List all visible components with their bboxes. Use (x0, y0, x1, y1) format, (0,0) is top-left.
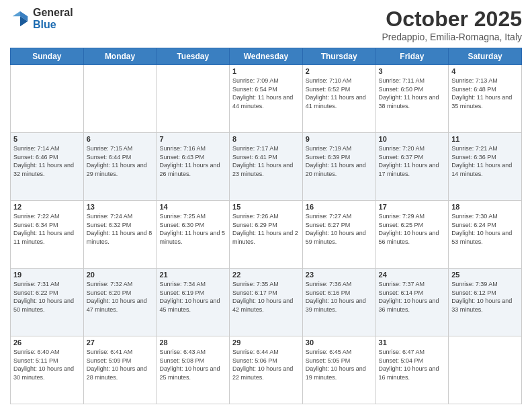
day-info: Sunrise: 7:26 AM Sunset: 6:29 PM Dayligh… (232, 212, 300, 246)
day-info: Sunrise: 7:30 AM Sunset: 6:24 PM Dayligh… (451, 212, 519, 246)
day-info: Sunrise: 6:47 AM Sunset: 5:04 PM Dayligh… (379, 348, 446, 381)
calendar-week-row: 5Sunrise: 7:14 AM Sunset: 6:46 PM Daylig… (11, 133, 522, 201)
day-number: 25 (451, 271, 519, 279)
calendar-cell: 13Sunrise: 7:24 AM Sunset: 6:32 PM Dayli… (83, 201, 157, 269)
day-number: 22 (232, 271, 300, 279)
day-number: 13 (87, 203, 154, 211)
day-info: Sunrise: 7:16 AM Sunset: 6:43 PM Dayligh… (159, 144, 226, 178)
day-number: 7 (159, 135, 226, 143)
day-info: Sunrise: 7:24 AM Sunset: 6:32 PM Dayligh… (87, 212, 154, 246)
calendar-cell (11, 65, 84, 133)
calendar-cell: 8Sunrise: 7:17 AM Sunset: 6:41 PM Daylig… (230, 133, 303, 201)
calendar-cell: 23Sunrise: 7:36 AM Sunset: 6:16 PM Dayli… (302, 269, 375, 336)
day-number: 3 (379, 67, 446, 75)
day-number: 18 (451, 203, 519, 211)
calendar-cell (83, 65, 157, 133)
location-title: Predappio, Emilia-Romagna, Italy (382, 32, 522, 42)
day-info: Sunrise: 7:09 AM Sunset: 6:54 PM Dayligh… (232, 77, 300, 110)
day-info: Sunrise: 6:44 AM Sunset: 5:06 PM Dayligh… (232, 348, 300, 381)
month-title: October 2025 (382, 7, 522, 32)
calendar-cell: 30Sunrise: 6:45 AM Sunset: 5:05 PM Dayli… (302, 336, 375, 404)
day-info: Sunrise: 6:41 AM Sunset: 5:09 PM Dayligh… (87, 348, 154, 381)
calendar-header-row: SundayMondayTuesdayWednesdayThursdayFrid… (11, 48, 522, 65)
logo-icon (10, 9, 30, 29)
calendar-cell: 31Sunrise: 6:47 AM Sunset: 5:04 PM Dayli… (375, 336, 449, 404)
day-number: 8 (232, 135, 300, 143)
title-block: October 2025 Predappio, Emilia-Romagna, … (382, 7, 522, 42)
calendar-cell: 5Sunrise: 7:14 AM Sunset: 6:46 PM Daylig… (11, 133, 84, 201)
day-number: 6 (87, 135, 154, 143)
day-number: 29 (232, 338, 300, 347)
day-info: Sunrise: 7:11 AM Sunset: 6:50 PM Dayligh… (379, 77, 446, 110)
day-number: 1 (232, 67, 300, 75)
day-info: Sunrise: 6:43 AM Sunset: 5:08 PM Dayligh… (159, 348, 226, 381)
day-info: Sunrise: 7:14 AM Sunset: 6:46 PM Dayligh… (13, 144, 81, 178)
day-number: 30 (306, 338, 373, 347)
day-number: 2 (306, 67, 373, 75)
calendar-week-row: 1Sunrise: 7:09 AM Sunset: 6:54 PM Daylig… (11, 65, 522, 133)
day-number: 16 (306, 203, 373, 211)
logo-general-text: General (33, 7, 73, 19)
calendar-cell: 28Sunrise: 6:43 AM Sunset: 5:08 PM Dayli… (157, 336, 230, 404)
calendar-cell: 18Sunrise: 7:30 AM Sunset: 6:24 PM Dayli… (449, 201, 522, 269)
day-info: Sunrise: 7:10 AM Sunset: 6:52 PM Dayligh… (306, 77, 373, 110)
day-number: 11 (451, 135, 519, 143)
day-of-week-header: Thursday (302, 48, 375, 65)
calendar-cell: 25Sunrise: 7:39 AM Sunset: 6:12 PM Dayli… (449, 269, 522, 336)
day-number: 21 (159, 271, 226, 279)
day-info: Sunrise: 7:37 AM Sunset: 6:14 PM Dayligh… (379, 280, 446, 314)
calendar-cell: 10Sunrise: 7:20 AM Sunset: 6:37 PM Dayli… (375, 133, 449, 201)
day-info: Sunrise: 7:25 AM Sunset: 6:30 PM Dayligh… (159, 212, 226, 246)
day-info: Sunrise: 7:13 AM Sunset: 6:48 PM Dayligh… (451, 77, 519, 110)
calendar-cell: 3Sunrise: 7:11 AM Sunset: 6:50 PM Daylig… (375, 65, 449, 133)
calendar-cell: 19Sunrise: 7:31 AM Sunset: 6:22 PM Dayli… (11, 269, 84, 336)
day-of-week-header: Wednesday (230, 48, 303, 65)
day-number: 15 (232, 203, 300, 211)
calendar-table: SundayMondayTuesdayWednesdayThursdayFrid… (10, 48, 522, 404)
calendar-cell: 6Sunrise: 7:15 AM Sunset: 6:44 PM Daylig… (83, 133, 157, 201)
day-number: 17 (379, 203, 446, 211)
day-of-week-header: Friday (375, 48, 449, 65)
day-info: Sunrise: 7:22 AM Sunset: 6:34 PM Dayligh… (13, 212, 81, 246)
calendar-cell: 22Sunrise: 7:35 AM Sunset: 6:17 PM Dayli… (230, 269, 303, 336)
day-info: Sunrise: 7:17 AM Sunset: 6:41 PM Dayligh… (232, 144, 300, 178)
day-number: 9 (306, 135, 373, 143)
header: General Blue October 2025 Predappio, Emi… (10, 7, 522, 42)
calendar-cell: 20Sunrise: 7:32 AM Sunset: 6:20 PM Dayli… (83, 269, 157, 336)
calendar-cell: 26Sunrise: 6:40 AM Sunset: 5:11 PM Dayli… (11, 336, 84, 404)
day-info: Sunrise: 7:21 AM Sunset: 6:36 PM Dayligh… (451, 144, 519, 178)
day-number: 26 (13, 338, 81, 347)
svg-marker-2 (13, 11, 20, 16)
day-info: Sunrise: 7:31 AM Sunset: 6:22 PM Dayligh… (13, 280, 81, 314)
calendar-cell: 12Sunrise: 7:22 AM Sunset: 6:34 PM Dayli… (11, 201, 84, 269)
calendar-cell: 4Sunrise: 7:13 AM Sunset: 6:48 PM Daylig… (449, 65, 522, 133)
calendar-cell (449, 336, 522, 404)
calendar-cell: 17Sunrise: 7:29 AM Sunset: 6:25 PM Dayli… (375, 201, 449, 269)
day-number: 12 (13, 203, 81, 211)
calendar-week-row: 26Sunrise: 6:40 AM Sunset: 5:11 PM Dayli… (11, 336, 522, 404)
day-number: 28 (159, 338, 226, 347)
calendar-cell: 9Sunrise: 7:19 AM Sunset: 6:39 PM Daylig… (302, 133, 375, 201)
day-info: Sunrise: 7:20 AM Sunset: 6:37 PM Dayligh… (379, 144, 446, 178)
day-info: Sunrise: 6:45 AM Sunset: 5:05 PM Dayligh… (306, 348, 373, 381)
day-info: Sunrise: 7:27 AM Sunset: 6:27 PM Dayligh… (306, 212, 373, 246)
day-of-week-header: Tuesday (157, 48, 230, 65)
calendar-week-row: 19Sunrise: 7:31 AM Sunset: 6:22 PM Dayli… (11, 269, 522, 336)
day-info: Sunrise: 7:15 AM Sunset: 6:44 PM Dayligh… (87, 144, 154, 178)
day-info: Sunrise: 7:32 AM Sunset: 6:20 PM Dayligh… (87, 280, 154, 314)
day-info: Sunrise: 7:39 AM Sunset: 6:12 PM Dayligh… (451, 280, 519, 314)
calendar-cell: 24Sunrise: 7:37 AM Sunset: 6:14 PM Dayli… (375, 269, 449, 336)
logo-blue-text: Blue (33, 19, 73, 31)
day-number: 20 (87, 271, 154, 279)
day-info: Sunrise: 7:36 AM Sunset: 6:16 PM Dayligh… (306, 280, 373, 314)
calendar-cell: 21Sunrise: 7:34 AM Sunset: 6:19 PM Dayli… (157, 269, 230, 336)
day-number: 10 (379, 135, 446, 143)
day-of-week-header: Saturday (449, 48, 522, 65)
calendar-cell: 15Sunrise: 7:26 AM Sunset: 6:29 PM Dayli… (230, 201, 303, 269)
day-info: Sunrise: 7:19 AM Sunset: 6:39 PM Dayligh… (306, 144, 373, 178)
calendar-cell: 11Sunrise: 7:21 AM Sunset: 6:36 PM Dayli… (449, 133, 522, 201)
day-number: 24 (379, 271, 446, 279)
day-number: 31 (379, 338, 446, 347)
day-info: Sunrise: 7:34 AM Sunset: 6:19 PM Dayligh… (159, 280, 226, 314)
day-number: 27 (87, 338, 154, 347)
